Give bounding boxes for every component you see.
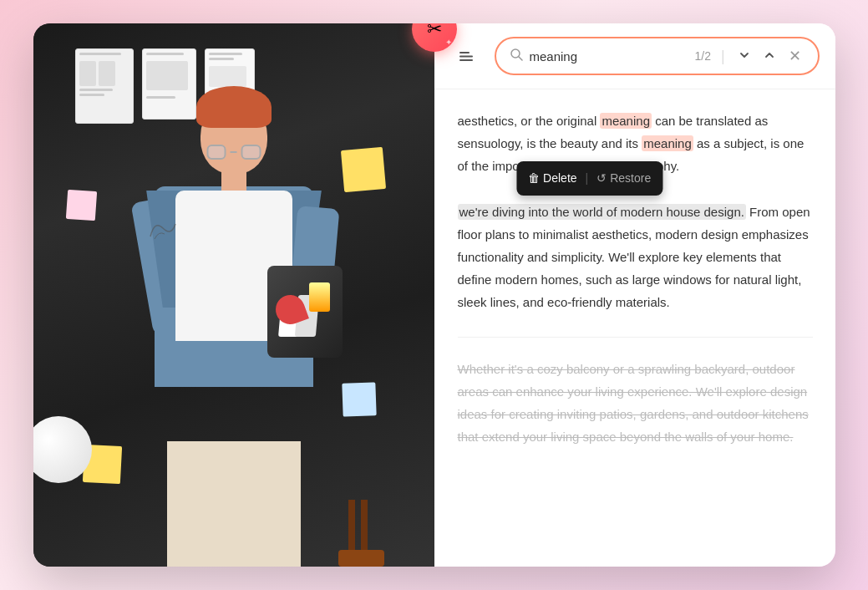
search-nav-up-button[interactable]: [760, 48, 779, 65]
tooltip-delete-action[interactable]: 🗑 Delete: [528, 168, 576, 189]
chair-seat: [338, 550, 384, 567]
search-bar: 1/2 | ✕: [495, 37, 820, 75]
strikethrough-button[interactable]: [451, 41, 481, 71]
person-pants: [167, 441, 301, 567]
svg-line-4: [519, 57, 522, 60]
restore-label[interactable]: Restore: [610, 168, 651, 189]
highlight-meaning-1: meaning: [600, 113, 652, 129]
search-divider: |: [721, 48, 725, 65]
photo-panel: [33, 23, 434, 567]
sticky-yellow-1: [340, 147, 385, 192]
text-before-highlight-1: aesthetics, or the original: [458, 114, 601, 128]
tablet: [267, 266, 343, 358]
tooltip-restore-action[interactable]: ↺ Restore: [596, 168, 651, 189]
search-input[interactable]: [530, 49, 688, 64]
paragraph-2: we're diving into the world of modern ho…: [458, 201, 813, 313]
search-counter: 1/2: [695, 49, 711, 63]
sticky-pink-1: [65, 190, 96, 221]
wall-decorations: [33, 23, 434, 567]
person-hair: [196, 86, 272, 128]
editor-panel: 1/2 | ✕ aesthetics, or the origin: [434, 23, 835, 567]
app-icon-symbol: ✂: [427, 23, 442, 40]
paragraph-2-rest: From open floor plans to minimalist aest…: [458, 205, 810, 309]
trash-icon: 🗑: [528, 168, 540, 189]
delete-label[interactable]: Delete: [543, 168, 576, 189]
action-tooltip: 🗑 Delete | ↺ Restore: [516, 161, 662, 196]
sentence-highlight: we're diving into the world of modern ho…: [458, 204, 746, 220]
text-beauty: beauty and its: [561, 136, 642, 150]
wireframe-card-1: [75, 48, 134, 124]
paragraph-1: aesthetics, or the original meaning can …: [458, 109, 813, 177]
paragraph-strikethrough: Whether it's a cozy balcony or a sprawli…: [458, 358, 813, 448]
section-divider: [458, 337, 813, 338]
highlight-meaning-2: meaning: [642, 135, 693, 151]
sticky-blue-1: [342, 382, 376, 416]
search-icon: [510, 48, 523, 64]
person-tattoo: [146, 216, 180, 241]
restore-icon: ↺: [596, 168, 607, 189]
search-close-button[interactable]: ✕: [785, 45, 805, 67]
toolbar: 1/2 | ✕: [434, 23, 835, 89]
content-area: aesthetics, or the original meaning can …: [434, 89, 835, 567]
wireframe-card-2: [142, 48, 196, 120]
search-nav-down-button[interactable]: [735, 48, 754, 65]
person-glasses: [206, 147, 261, 157]
main-container: ✂ ✦: [33, 23, 835, 567]
